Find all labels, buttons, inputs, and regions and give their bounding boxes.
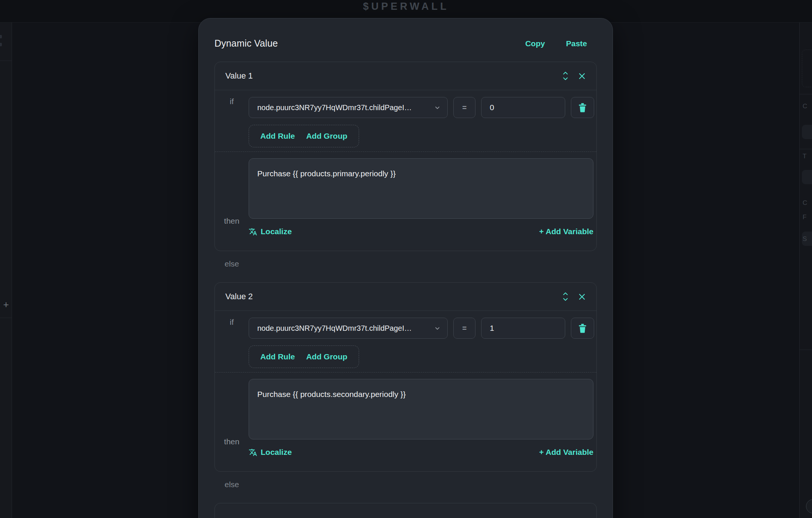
add-variable-button[interactable]: + Add Variable (539, 227, 593, 236)
modal-header: Dynamic Value Copy Paste (214, 38, 597, 49)
close-icon (578, 72, 586, 80)
textarea-actions: Localize + Add Variable (249, 445, 593, 460)
right-panel-divider (800, 149, 812, 149)
add-layer-button[interactable]: + (0, 298, 12, 310)
close-icon (578, 293, 586, 301)
add-group-button[interactable]: Add Group (306, 132, 347, 141)
right-panel-divider (800, 350, 812, 350)
chevron-up-down-icon (562, 71, 569, 81)
value-card-1: Value 1 (214, 62, 597, 251)
value-card-body: if node.puurc3NR7yy7HqWDmr37t.childPageI… (215, 311, 596, 471)
left-toolbar-icon-fragment (0, 43, 2, 46)
left-toolbar-divider (0, 61, 12, 61)
localize-button[interactable]: Localize (249, 227, 292, 236)
delete-rule-button[interactable] (571, 318, 594, 339)
if-row: if node.puurc3NR7yy7HqWDmr37t.childPageI… (215, 97, 596, 147)
trash-icon (578, 323, 587, 333)
operator-button[interactable]: = (453, 318, 475, 339)
if-content: node.puurc3NR7yy7HqWDmr37t.childPageI… = (249, 97, 597, 147)
then-row: then Purchase {{ products.secondary.peri… (215, 373, 596, 460)
add-rule-button[interactable]: Add Rule (260, 132, 295, 141)
card-header-icons (562, 291, 586, 302)
right-panel-divider (800, 94, 812, 94)
right-panel-sliver: C T C F S (799, 23, 812, 518)
condition-value-input[interactable] (481, 97, 565, 118)
if-label: if (230, 318, 234, 368)
localize-label: Localize (261, 227, 292, 236)
value-title: Value 2 (225, 292, 253, 301)
then-row: then Purchase {{ products.primary.period… (215, 152, 596, 239)
right-panel-fragment (802, 170, 812, 184)
localize-label: Localize (261, 448, 292, 457)
then-label: then (224, 437, 240, 446)
then-content: Purchase {{ products.secondary.periodly … (249, 379, 596, 460)
reorder-handle[interactable] (562, 291, 569, 302)
add-group-button[interactable]: Add Group (306, 352, 347, 361)
condition-field-value: node.puurc3NR7yy7HqWDmr37t.childPageI… (257, 324, 412, 333)
value-card-2: Value 2 (214, 282, 597, 472)
if-row: if node.puurc3NR7yy7HqWDmr37t.childPageI… (215, 318, 596, 368)
operator-button[interactable]: = (453, 97, 475, 118)
left-toolbar: + (0, 23, 12, 518)
add-rule-group-box: Add Rule Add Group (249, 345, 359, 368)
translate-icon (249, 448, 257, 457)
reorder-handle[interactable] (562, 71, 569, 81)
value-card-header: Value 2 (215, 283, 596, 311)
if-content: node.puurc3NR7yy7HqWDmr37t.childPageI… = (249, 318, 597, 368)
right-panel-fragment (802, 125, 812, 139)
trash-icon (578, 103, 587, 112)
if-gutter: if (215, 97, 249, 147)
modal-title: Dynamic Value (214, 38, 278, 49)
condition-line: node.puurc3NR7yy7HqWDmr37t.childPageI… = (249, 318, 594, 339)
delete-rule-button[interactable] (571, 97, 594, 118)
paste-button[interactable]: Paste (566, 39, 587, 48)
if-gutter: if (215, 318, 249, 368)
plus-icon: + (3, 299, 9, 310)
right-panel-fragment: C (803, 103, 807, 110)
right-panel-fragment: S (803, 235, 807, 243)
superwall-logo: $UPERWALL (0, 0, 812, 13)
then-value-textarea[interactable]: Purchase {{ products.primary.periodly }} (249, 158, 593, 219)
value-card-3-partial (214, 503, 597, 518)
condition-field-select[interactable]: node.puurc3NR7yy7HqWDmr37t.childPageI… (249, 318, 448, 339)
chevron-down-icon (434, 105, 441, 111)
then-label: then (224, 217, 240, 226)
add-rule-button[interactable]: Add Rule (260, 352, 295, 361)
condition-field-select[interactable]: node.puurc3NR7yy7HqWDmr37t.childPageI… (249, 97, 448, 118)
value-title: Value 1 (225, 71, 253, 81)
translate-icon (249, 227, 257, 236)
modal-header-actions: Copy Paste (525, 39, 587, 48)
chevron-up-down-icon (562, 291, 569, 302)
copy-button[interactable]: Copy (525, 39, 545, 48)
condition-field-value: node.puurc3NR7yy7HqWDmr37t.childPageI… (257, 103, 412, 112)
if-label: if (230, 97, 234, 147)
value-card-body: if node.puurc3NR7yy7HqWDmr37t.childPageI… (215, 90, 596, 251)
remove-value-button[interactable] (578, 72, 586, 80)
dynamic-value-modal: Dynamic Value Copy Paste Value 1 (198, 18, 613, 518)
right-panel-fragment (802, 50, 812, 87)
then-gutter: then (215, 379, 249, 460)
add-rule-group-box: Add Rule Add Group (249, 125, 359, 147)
card-header-icons (562, 71, 586, 81)
right-panel-fragment: C (803, 199, 807, 207)
condition-line: node.puurc3NR7yy7HqWDmr37t.childPageI… = (249, 97, 594, 118)
left-toolbar-icon-fragment (0, 35, 2, 38)
right-panel-fragment: F (803, 214, 806, 221)
chevron-down-icon (434, 325, 441, 332)
right-panel-fragment: T (803, 153, 806, 160)
add-variable-button[interactable]: + Add Variable (539, 448, 593, 457)
textarea-actions: Localize + Add Variable (249, 224, 593, 239)
remove-value-button[interactable] (578, 293, 586, 301)
condition-value-input[interactable] (481, 318, 565, 339)
else-label: else (225, 259, 597, 269)
then-value-textarea[interactable]: Purchase {{ products.secondary.periodly … (249, 379, 593, 439)
value-card-header: Value 1 (215, 62, 596, 90)
screen: $UPERWALL + C T C F S Dynamic Value Copy… (0, 0, 812, 518)
localize-button[interactable]: Localize (249, 448, 292, 457)
then-content: Purchase {{ products.primary.periodly }}… (249, 158, 596, 239)
else-label: else (225, 480, 597, 490)
left-toolbar-divider (0, 318, 12, 318)
then-gutter: then (215, 158, 249, 239)
